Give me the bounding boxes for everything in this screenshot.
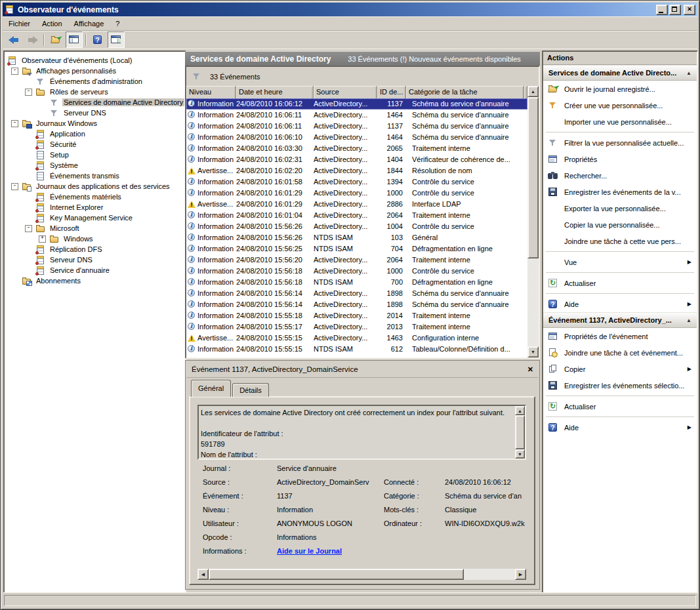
scrollbar-thumb[interactable]	[527, 97, 539, 258]
event-row[interactable]: Avertisse...24/08/2010 16:02:20ActiveDir…	[186, 165, 527, 176]
action-item-enregistrer-les-evenements-de-la-v[interactable]: Enregistrer les événements de la v...	[543, 184, 697, 200]
event-row[interactable]: Information24/08/2010 15:56:25NTDS ISAM7…	[186, 243, 527, 254]
event-row[interactable]: Information24/08/2010 15:55:17ActiveDire…	[186, 321, 527, 333]
action-item-ouvrir-le-journal-enregistre[interactable]: Ouvrir le journal enregistré...	[543, 81, 697, 97]
action-item-joindre-une-tache-a-cet-evenement[interactable]: Joindre une tâche à cet événement...	[543, 344, 697, 361]
toolbar-button-open-saved-log[interactable]	[47, 31, 64, 48]
action-item-copier-la-vue-personnalisee[interactable]: Copier la vue personnalisée...	[543, 216, 697, 233]
event-row[interactable]: Information24/08/2010 16:01:04ActiveDire…	[186, 210, 527, 221]
action-item-aide[interactable]: Aide▶	[543, 296, 697, 312]
description-vscrollbar[interactable]: ▲ ▼	[515, 406, 525, 458]
action-item-copier[interactable]: Copier▶	[543, 361, 697, 377]
tree-item-evenements-d-administration[interactable]: Événements d'administration	[5, 76, 185, 87]
scroll-down-button[interactable]: ▼	[527, 346, 539, 357]
collapse-node-icon[interactable]	[11, 68, 18, 75]
tree-item-evenements-transmis[interactable]: Événements transmis	[5, 171, 185, 181]
collapse-node-icon[interactable]	[11, 183, 18, 190]
detail-close-button[interactable]: ✕	[527, 365, 533, 374]
event-row[interactable]: Information24/08/2010 16:06:11ActiveDire…	[186, 110, 527, 121]
tree-item-microsoft[interactable]: Microsoft	[5, 223, 185, 234]
close-button[interactable]: ✕	[684, 5, 695, 15]
tree-item-replication-dfs[interactable]: Réplication DFS	[5, 244, 185, 254]
tree-item-application[interactable]: Application	[5, 129, 185, 139]
toolbar-button-show-console-tree[interactable]	[66, 31, 83, 48]
event-row[interactable]: Information24/08/2010 15:56:14ActiveDire…	[186, 288, 527, 299]
title-bar[interactable]: Observateur d'événements ✕	[3, 3, 697, 16]
event-row[interactable]: Avertisse...24/08/2010 16:01:29ActiveDir…	[186, 199, 527, 210]
tab-general[interactable]: Général	[191, 380, 231, 397]
action-item-enregistrer-les-evenements-selectio[interactable]: Enregistrer les événements sélectio...	[543, 377, 697, 394]
menu-item-affichage[interactable]: Affichage	[68, 18, 110, 29]
scroll-right-button[interactable]: ▶	[515, 569, 526, 580]
column-header-id-de[interactable]: ID de...	[377, 86, 406, 98]
collapse-node-icon[interactable]	[25, 89, 32, 96]
expand-node-icon[interactable]	[39, 235, 46, 243]
tree-item-roles-de-serveurs[interactable]: Rôles de serveurs	[5, 87, 185, 97]
action-section-header-1[interactable]: Services de domaine Active Directo...▲	[543, 65, 697, 81]
tree-item-observateur-d-evenements-local[interactable]: Observateur d'événements (Local)	[5, 55, 185, 66]
detail-hscrollbar[interactable]: ◀ ▶	[197, 569, 526, 580]
action-item-filtrer-la-vue-personnalisee-actuelle[interactable]: Filtrer la vue personnalisée actuelle...	[543, 134, 697, 151]
tree-item-setup[interactable]: Setup	[5, 150, 185, 160]
event-row[interactable]: Information24/08/2010 15:56:18NTDS ISAM7…	[186, 277, 527, 288]
action-item-actualiser[interactable]: Actualiser	[543, 275, 697, 291]
column-header-source[interactable]: Source	[314, 86, 377, 98]
event-row[interactable]: Information24/08/2010 15:56:26NTDS ISAM1…	[186, 232, 527, 243]
scrollbar-thumb[interactable]	[209, 569, 464, 580]
action-item-aide[interactable]: Aide▶	[543, 419, 697, 436]
tree-item-key-management-service[interactable]: Key Management Service	[5, 213, 185, 223]
event-row[interactable]: Information24/08/2010 16:02:31ActiveDire…	[186, 154, 527, 165]
event-row[interactable]: Information24/08/2010 15:56:14ActiveDire…	[186, 299, 527, 310]
tree-item-serveur-dns[interactable]: Serveur DNS	[5, 254, 185, 265]
tree-item-serveur-dns[interactable]: Serveur DNS	[5, 108, 185, 118]
toolbar-button-forward-arrow[interactable]	[24, 31, 41, 48]
event-row[interactable]: Information24/08/2010 16:06:10ActiveDire…	[186, 132, 527, 143]
toolbar-button-show-action-pane[interactable]	[108, 31, 125, 48]
tree-item-services-de-domaine-active-directory[interactable]: Services de domaine Active Directory	[5, 97, 185, 108]
action-item-proprietes-de-l-evenement[interactable]: Propriétés de l'événement	[543, 328, 697, 344]
action-section-header-2[interactable]: Événement 1137, ActiveDirectory_...▲	[543, 312, 697, 328]
scroll-up-button[interactable]: ▲	[515, 406, 525, 415]
action-item-rechercher[interactable]: Rechercher...	[543, 167, 697, 184]
tree-item-systeme[interactable]: Système	[5, 160, 185, 171]
collapse-node-icon[interactable]	[25, 225, 32, 232]
event-row[interactable]: Information24/08/2010 16:06:12ActiveDire…	[186, 98, 527, 110]
minimize-button[interactable]	[656, 5, 668, 15]
tree-item-abonnements[interactable]: Abonnements	[5, 275, 185, 286]
scroll-left-button[interactable]: ◀	[197, 569, 209, 580]
tree-item-journaux-windows[interactable]: Journaux Windows	[5, 118, 185, 129]
scroll-down-button[interactable]: ▼	[515, 449, 525, 458]
tree-item-securite[interactable]: Sécurité	[5, 139, 185, 150]
tree-item-service-d-annuaire[interactable]: Service d'annuaire	[5, 265, 185, 275]
column-header-categorie-de-la-tache[interactable]: Catégorie de la tâche	[406, 86, 524, 98]
tree-item-affichages-personnalises[interactable]: Affichages personnalisés	[5, 66, 185, 76]
action-item-actualiser[interactable]: Actualiser	[543, 398, 697, 415]
collapse-node-icon[interactable]	[11, 120, 18, 127]
maximize-button[interactable]	[669, 5, 681, 15]
event-row[interactable]: Information24/08/2010 16:01:29ActiveDire…	[186, 188, 527, 199]
tree-item-internet-explorer[interactable]: Internet Explorer	[5, 202, 185, 213]
toolbar-button-back-arrow[interactable]	[5, 31, 22, 48]
event-row[interactable]: Information24/08/2010 16:03:30ActiveDire…	[186, 143, 527, 154]
menu-item-fichier[interactable]: Fichier	[3, 18, 36, 29]
event-row[interactable]: Information24/08/2010 15:56:18ActiveDire…	[186, 266, 527, 277]
tab-details[interactable]: Détails	[232, 383, 269, 397]
action-item-creer-une-vue-personnalisee[interactable]: Créer une vue personnalisée...	[543, 97, 697, 113]
action-item-exporter-la-vue-personnalisee[interactable]: Exporter la vue personnalisée...	[543, 200, 697, 216]
event-row[interactable]: Information24/08/2010 16:06:11ActiveDire…	[186, 121, 527, 132]
tree-item-journaux-des-applications-et-des-service[interactable]: Journaux des applications et des service…	[5, 181, 185, 192]
tree-item-windows[interactable]: Windows	[5, 234, 185, 244]
action-item-proprietes[interactable]: Propriétés	[543, 151, 697, 167]
event-row[interactable]: Information24/08/2010 15:55:15NTDS ISAM6…	[186, 344, 527, 355]
scroll-up-button[interactable]: ▲	[527, 86, 539, 97]
action-item-joindre-une-tache-a-cette-vue-pers[interactable]: Joindre une tâche à cette vue pers...	[543, 233, 697, 249]
events-vscrollbar[interactable]: ▲ ▼	[527, 86, 539, 357]
action-item-vue[interactable]: Vue▶	[543, 254, 697, 270]
action-item-importer-une-vue-personnalisee[interactable]: Importer une vue personnalisée...	[543, 113, 697, 130]
scrollbar-thumb[interactable]	[515, 415, 525, 449]
event-row[interactable]: Information24/08/2010 15:56:26ActiveDire…	[186, 221, 527, 232]
menu-item-[interactable]: ?	[110, 18, 125, 29]
toolbar-button-help[interactable]	[89, 31, 106, 48]
tree-item-evenements-materiels[interactable]: Événements matériels	[5, 192, 185, 202]
event-row[interactable]: Information24/08/2010 15:55:18ActiveDire…	[186, 310, 527, 321]
